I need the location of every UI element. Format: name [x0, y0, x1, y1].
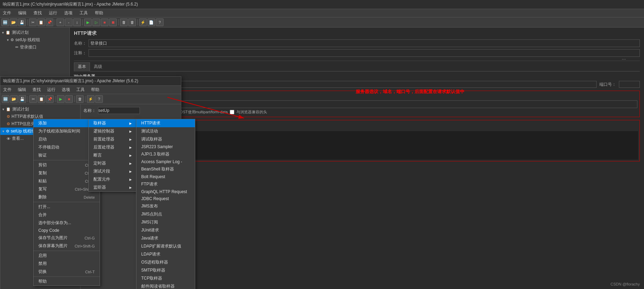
inner-tree-testplan[interactable]: ▼ 📋 测试计划 [0, 106, 80, 113]
sub1-item-testfrag[interactable]: 测试片段 ▶ [89, 167, 137, 175]
menu-edit[interactable]: 编辑 [17, 10, 28, 16]
tab-advanced[interactable]: 高级 [90, 62, 106, 71]
path-input[interactable] [119, 100, 637, 108]
sub2-item-beanshell[interactable]: BeanShell 取样器 [136, 165, 195, 173]
inner-tb-save[interactable]: 💾 [18, 95, 26, 103]
inner-menu-find[interactable]: 查找 [31, 86, 42, 93]
sub2-item-jmssub[interactable]: JMS订阅 [136, 218, 195, 226]
tb-paste[interactable]: 📌 [46, 18, 53, 26]
tb-toggle[interactable]: ↕ [73, 18, 81, 26]
inner-menu-tools[interactable]: 工具 [75, 86, 86, 93]
sub2-item-tcp[interactable]: TCP取样器 [136, 274, 195, 282]
menu-item-merge[interactable]: 合并 [33, 211, 100, 219]
sub2-item-smtp[interactable]: SMTP取样器 [136, 266, 195, 274]
port-input[interactable] [619, 81, 640, 88]
menu-item-help[interactable]: 帮助 [33, 277, 100, 286]
tb-copy[interactable]: 📋 [37, 18, 45, 26]
tb-save[interactable]: 💾 [18, 18, 26, 26]
tb-collapse[interactable]: - [65, 18, 73, 26]
tb-new[interactable]: 🆕 [1, 18, 9, 26]
tb-clear[interactable]: 🗑 [120, 18, 128, 26]
sub1-item-config[interactable]: 配置元件 ▶ [89, 175, 137, 183]
tb-cut[interactable]: ✂ [29, 18, 37, 26]
inner-tb-copy[interactable]: 📋 [38, 95, 45, 103]
tb-open[interactable]: 📂 [10, 18, 17, 26]
inner-tb-paste[interactable]: 📌 [46, 95, 54, 103]
sub2-item-bolt[interactable]: Bolt Request [136, 173, 195, 180]
sub2-item-mail[interactable]: 邮件阅读省取样器 [136, 282, 195, 289]
sub2-item-debug[interactable]: 调试取样器 [136, 135, 195, 143]
menu-find[interactable]: 查找 [32, 10, 43, 16]
comment-input[interactable] [89, 49, 640, 57]
menu-item-savepartial[interactable]: 选中部分保存为... [33, 219, 100, 227]
menu-tools[interactable]: 工具 [78, 10, 89, 16]
sub1-item-assert[interactable]: 断言 ▶ [89, 151, 137, 159]
sub2-item-junit[interactable]: JUnit请求 [136, 226, 195, 234]
cb-browser[interactable] [230, 110, 234, 114]
inner-tb-stop[interactable]: ■ [65, 95, 73, 103]
inner-tb-new[interactable]: 🆕 [2, 95, 9, 103]
menu-item-delete[interactable]: 删除 Delete [33, 193, 100, 201]
inner-tb-remote[interactable]: ⚡ [87, 95, 94, 103]
sub1-item-timer[interactable]: 定时器 ▶ [89, 159, 137, 167]
sub2-item-accesslog[interactable]: Access Sampler Log - [136, 158, 195, 165]
sub2-item-os[interactable]: OS进程取样器 [136, 258, 195, 266]
sub1-item-listener[interactable]: 监听器 ▶ [89, 183, 137, 191]
menu-item-toggle[interactable]: 切换 Ctrl-T [33, 268, 100, 276]
sub2-item-java[interactable]: Java请求 [136, 234, 195, 242]
sub2-item-ldap[interactable]: LDAP请求 [136, 250, 195, 258]
sub2-item-jdbc[interactable]: JDBC Request [136, 195, 195, 202]
sub1-item-logic[interactable]: 逻辑控制器 ▶ [89, 127, 137, 135]
menu-item-disable[interactable]: 禁用 [33, 260, 100, 268]
name-input[interactable] [89, 39, 640, 47]
menu-item-open[interactable]: 打开... [33, 203, 100, 211]
tb-help2[interactable]: ? [156, 18, 164, 26]
tb-start[interactable]: ▶ [84, 18, 92, 26]
setup-name-input[interactable] [98, 107, 140, 114]
menu-file[interactable]: 文件 [1, 10, 13, 16]
inner-menu-file[interactable]: 文件 [2, 86, 13, 93]
menu-item-enable[interactable]: 启用 [33, 252, 100, 260]
sub2-item-jmspoint[interactable]: JMS点到点 [136, 210, 195, 218]
inner-menu-options[interactable]: 选项 [60, 86, 71, 93]
sub1-item-pre[interactable]: 前置处理器 ▶ [89, 135, 137, 143]
menu-options[interactable]: 选项 [63, 10, 74, 16]
tb-remote[interactable]: ⚡ [139, 18, 147, 26]
sub1-item-post[interactable]: 后置处理器 ▶ [89, 143, 137, 151]
menu-item-savescreen[interactable]: 保存屏幕为图片 Ctrl+Shift-G [33, 242, 100, 250]
tb-clearall[interactable]: 🗑 [128, 18, 136, 26]
tb-stop[interactable]: ■ [101, 18, 108, 26]
sub2-item-graphql[interactable]: GraphQL HTTP Request [136, 188, 195, 195]
inner-menu-edit[interactable]: 编辑 [16, 86, 28, 93]
tb-stopnow[interactable]: ⏹ [109, 18, 117, 26]
inner-tb-cut[interactable]: ✂ [29, 95, 37, 103]
inner-tb-start[interactable]: ▶ [57, 95, 65, 103]
tb-template[interactable]: 📄 [147, 18, 155, 26]
inner-tb-help[interactable]: ? [95, 95, 103, 103]
inner-menu-help[interactable]: 帮助 [90, 86, 101, 93]
sub2-item-jmspub[interactable]: JMS发布 [136, 202, 195, 210]
tab-basic[interactable]: 基本 [74, 62, 90, 71]
menu-run[interactable]: 运行 [47, 10, 59, 16]
server-input[interactable] [149, 81, 597, 88]
sub2-item-ajp[interactable]: AJP/1.3 取样器 [136, 150, 195, 158]
inner-tb-clear[interactable]: 🗑 [76, 95, 84, 103]
inner-icon-testplan: 📋 [6, 107, 11, 112]
inner-menu-run[interactable]: 运行 [46, 86, 57, 93]
menu-item-copycode[interactable]: Copy Code [33, 227, 100, 234]
menu-help[interactable]: 帮助 [93, 10, 105, 16]
menu-item-savenode[interactable]: 保存节点为图片 Ctrl-G [33, 234, 100, 242]
sub2-item-jsr223[interactable]: JSR223 Sampler [136, 143, 195, 150]
outer-tree-item-setup[interactable]: ▼ ⚙ setUp 线程组 [0, 36, 69, 44]
outer-tree-item-login[interactable]: ✏ 登录接口 [0, 44, 69, 51]
sub2-item-ftp[interactable]: FTP请求 [136, 180, 195, 188]
sub2-item-ldapext[interactable]: LDAP扩展请求默认值 [136, 242, 195, 250]
outer-tree-item-testplan[interactable]: ▼ 📋 测试计划 [0, 29, 69, 36]
menu-label-copy: 复制 [38, 170, 47, 176]
sub2-item-testaction[interactable]: 测试活动 [136, 127, 195, 135]
tb-startnopauses[interactable]: ▷ [92, 18, 100, 26]
sub1-item-sampler[interactable]: 取样器 ▶ [89, 119, 137, 127]
sub2-item-http[interactable]: HTTP请求 [136, 119, 195, 127]
tb-expand[interactable]: + [56, 18, 64, 26]
inner-tb-open[interactable]: 📂 [10, 95, 18, 103]
